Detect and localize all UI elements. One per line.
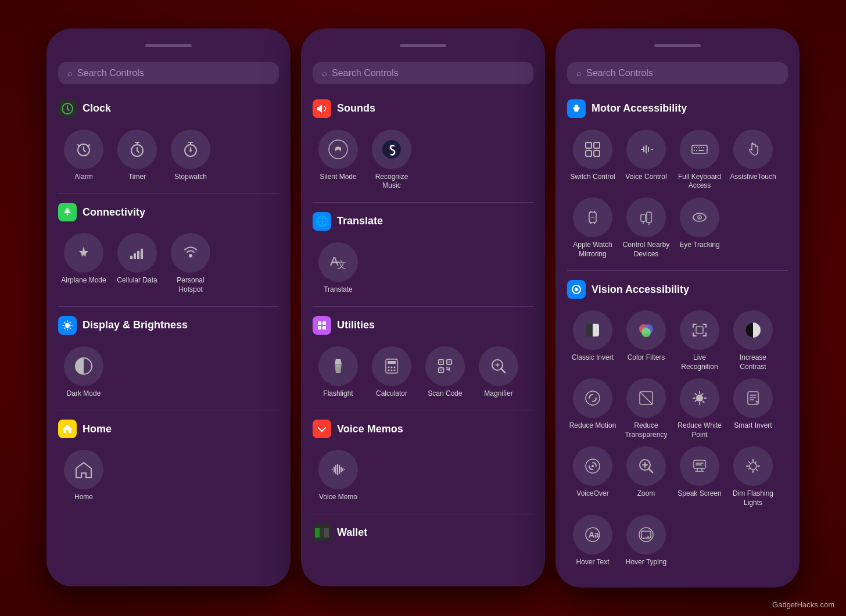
shazam-icon xyxy=(372,130,411,169)
applewatch-label: Apple Watch Mirroring xyxy=(568,241,617,259)
svg-point-81 xyxy=(575,288,578,291)
assistivetouch-item[interactable]: AssistiveTouch xyxy=(727,127,779,193)
clock-title: Clock xyxy=(83,102,111,114)
speakscreen-item[interactable]: Speak Screen xyxy=(674,444,725,510)
alarm-item[interactable]: Alarm xyxy=(58,127,109,184)
home-app-item[interactable]: Home xyxy=(58,447,109,504)
wallet-icon xyxy=(313,524,331,542)
translate-item[interactable]: A文 Translate xyxy=(313,240,364,297)
increasecontrast-item[interactable]: Increase Contrast xyxy=(727,308,779,374)
section-motor-header: Motor Accessibility xyxy=(555,92,800,124)
classicinvert-item[interactable]: Classic Invert xyxy=(567,308,618,374)
search-bar-1[interactable]: ⌕ Search Controls xyxy=(58,62,279,84)
voicememo-item[interactable]: Voice Memo xyxy=(313,447,364,504)
search-icon-1: ⌕ xyxy=(67,68,73,78)
vision-icon xyxy=(567,280,586,299)
vision-grid: Classic Invert Color Filters Live Recogn… xyxy=(555,305,800,576)
reducetransparency-item[interactable]: Reduce Transparency xyxy=(621,376,672,442)
divider-4 xyxy=(313,202,533,203)
silent-icon xyxy=(318,130,358,169)
voicecontrol-label: Voice Control xyxy=(625,173,666,182)
section-clock-header: Clock xyxy=(46,92,291,124)
translate-grid: A文 Translate xyxy=(301,237,545,304)
reducewhitepoint-icon xyxy=(680,378,719,418)
stopwatch-item[interactable]: Stopwatch xyxy=(165,127,216,184)
colorfilters-item[interactable]: Color Filters xyxy=(621,308,672,374)
svg-point-10 xyxy=(189,254,192,257)
stopwatch-icon xyxy=(171,130,210,169)
svg-rect-7 xyxy=(134,253,136,259)
svg-point-23 xyxy=(388,366,390,368)
svg-point-79 xyxy=(699,217,700,218)
cellular-icon xyxy=(117,233,157,273)
svg-rect-101 xyxy=(694,460,705,468)
fullkeyboard-icon xyxy=(680,130,719,169)
svg-point-24 xyxy=(391,366,393,368)
voiceover-label: VoiceOver xyxy=(576,489,608,499)
sounds-title: Sounds xyxy=(337,102,375,114)
smartinvert-item[interactable]: Smart Invert xyxy=(727,376,779,442)
svg-text:文: 文 xyxy=(337,260,346,270)
fullkeyboard-item[interactable]: Full Keyboard Access xyxy=(674,127,725,193)
hovertext-icon: Aa xyxy=(573,515,612,554)
sounds-icon xyxy=(313,99,331,118)
switchcontrol-item[interactable]: Switch Control xyxy=(567,127,618,193)
speakscreen-icon xyxy=(680,446,719,486)
calculator-icon xyxy=(372,346,411,386)
svg-rect-108 xyxy=(641,531,651,538)
svg-point-26 xyxy=(388,369,390,371)
darkmode-item[interactable]: Dark Mode xyxy=(58,344,109,401)
svg-rect-51 xyxy=(594,142,600,148)
increasecontrast-label: Increase Contrast xyxy=(729,353,777,371)
zoom-label: Zoom xyxy=(637,489,655,499)
phone-screen-1: ⌕ Search Controls Clock Alarm xyxy=(46,28,291,586)
svg-rect-18 xyxy=(322,321,326,325)
hovertyping-item[interactable]: Hover Typing xyxy=(621,513,672,570)
controlnearby-icon xyxy=(626,198,666,237)
scancode-item[interactable]: Scan Code xyxy=(420,344,471,401)
liverecognition-item[interactable]: Live Recognition xyxy=(674,308,725,374)
airplane-icon xyxy=(64,233,103,273)
controlnearby-item[interactable]: Control Nearby Devices xyxy=(621,195,672,261)
timer-label: Timer xyxy=(128,173,146,182)
reducewhitepoint-item[interactable]: Reduce White Point xyxy=(674,376,725,442)
voicecontrol-item[interactable]: Voice Control xyxy=(621,127,672,193)
silent-item[interactable]: Silent Mode xyxy=(313,127,364,193)
search-bar-2[interactable]: ⌕ Search Controls xyxy=(313,62,533,84)
reducetransparency-label: Reduce Transparency xyxy=(622,421,671,439)
liverecognition-icon xyxy=(680,310,719,350)
voiceover-item[interactable]: VoiceOver xyxy=(567,444,618,510)
reducewhitepoint-label: Reduce White Point xyxy=(675,421,724,439)
svg-rect-20 xyxy=(322,326,326,330)
eyetracking-item[interactable]: Eye Tracking xyxy=(674,195,725,261)
hotspot-item[interactable]: Personal Hotspot xyxy=(165,231,216,296)
reducemotion-item[interactable]: Reduce Motion xyxy=(567,376,618,442)
zoom-item[interactable]: Zoom xyxy=(621,444,672,510)
classicinvert-icon xyxy=(573,310,612,350)
smartinvert-label: Smart Invert xyxy=(734,421,772,431)
divider-7 xyxy=(313,514,533,514)
calculator-item[interactable]: Calculator xyxy=(366,344,417,401)
dimflashing-item[interactable]: Dim Flashing Lights xyxy=(727,444,779,510)
cellular-item[interactable]: Cellular Data xyxy=(112,231,163,296)
utilities-grid: Flashlight Calculator Scan Code xyxy=(301,341,545,408)
darkmode-label: Dark Mode xyxy=(67,389,101,399)
svg-rect-22 xyxy=(388,361,396,364)
airplane-item[interactable]: Airplane Mode xyxy=(58,231,109,296)
shazam-item[interactable]: Recognize Music xyxy=(366,127,417,193)
hovertext-label: Hover Text xyxy=(576,558,609,567)
hotspot-icon xyxy=(171,233,210,273)
search-placeholder-3: Search Controls xyxy=(586,68,653,78)
clock-icon xyxy=(58,99,77,118)
timer-item[interactable]: Timer xyxy=(112,127,163,184)
smartinvert-icon xyxy=(733,378,773,418)
search-bar-3[interactable]: ⌕ Search Controls xyxy=(567,62,788,84)
applewatch-item[interactable]: Apple Watch Mirroring xyxy=(567,195,618,261)
svg-point-87 xyxy=(641,328,651,337)
hovertext-item[interactable]: Aa Hover Text xyxy=(567,513,618,570)
svg-rect-75 xyxy=(641,214,646,221)
flashlight-item[interactable]: Flashlight xyxy=(313,344,364,401)
svg-rect-32 xyxy=(440,361,442,363)
magnifier-item[interactable]: Magnifier xyxy=(473,344,524,401)
svg-rect-34 xyxy=(440,370,442,371)
